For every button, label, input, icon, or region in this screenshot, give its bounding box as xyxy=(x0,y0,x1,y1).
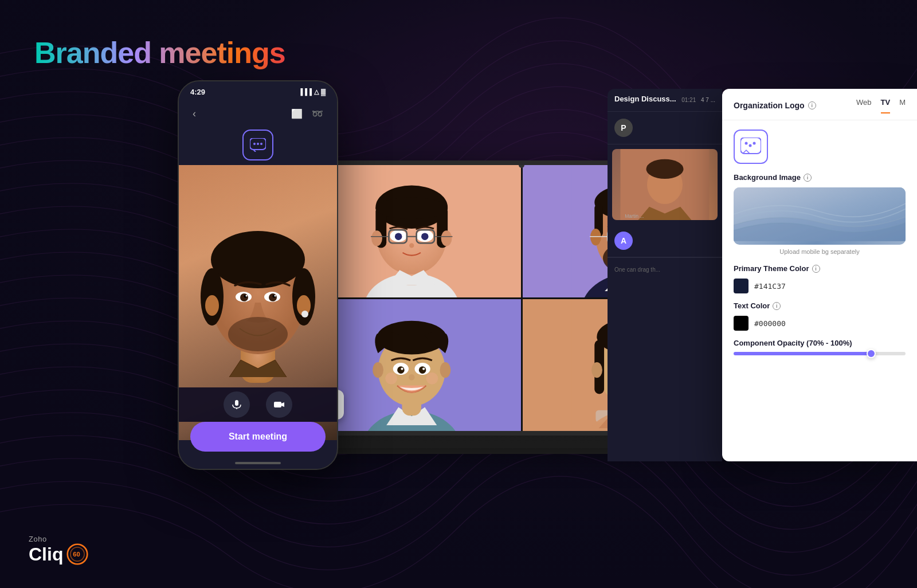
svg-point-80 xyxy=(426,372,438,384)
text-color-info-icon[interactable]: i xyxy=(773,302,781,310)
svg-point-21 xyxy=(275,295,276,297)
preview-title: Design Discuss... xyxy=(614,95,676,103)
preview-time: 01:21 4 7 ... xyxy=(681,97,715,103)
svg-point-108 xyxy=(749,144,752,147)
start-meeting-button[interactable]: Start meeting xyxy=(190,422,326,452)
drag-hint-text: One can drag th... xyxy=(614,266,660,273)
opacity-label: Component Opacity (70% - 100%) xyxy=(734,339,906,347)
svg-point-2 xyxy=(253,143,256,145)
svg-point-3 xyxy=(257,143,259,145)
svg-point-54 xyxy=(590,229,601,245)
back-icon[interactable]: ‹ xyxy=(193,108,196,120)
text-color-swatch[interactable] xyxy=(734,316,749,331)
wifi-icon: △ xyxy=(314,88,319,96)
phone-mockup: 4:29 ▐▐▐ △ ▓ ‹ ⬜ ➿ xyxy=(178,80,338,470)
primary-color-value: #141C37 xyxy=(754,282,786,291)
text-color-section: Text Color i #000000 xyxy=(734,301,906,331)
avatar-a: A xyxy=(614,232,633,250)
org-logo-upload[interactable] xyxy=(734,130,768,164)
bg-image-section-label: Background Image i xyxy=(734,173,906,182)
svg-point-79 xyxy=(385,372,397,384)
opacity-slider[interactable] xyxy=(734,352,906,355)
tab-mobile[interactable]: M xyxy=(899,98,906,113)
svg-point-76 xyxy=(419,366,426,374)
svg-point-4 xyxy=(260,143,262,145)
svg-point-95 xyxy=(591,362,602,378)
svg-point-20 xyxy=(246,295,248,297)
org-logo-label: Organization Logo xyxy=(734,101,805,110)
primary-color-swatch[interactable] xyxy=(734,279,749,293)
phone-bottom-bar: Start meeting xyxy=(179,387,337,469)
bg-image-upload[interactable] xyxy=(734,187,906,245)
preview-avatar-p-row[interactable]: P xyxy=(608,112,722,144)
cliq-anniversary-icon: 60 xyxy=(66,543,88,565)
rotate-icon[interactable]: ⬜ xyxy=(291,108,303,119)
svg-point-16 xyxy=(240,293,248,301)
bg-image-info-icon[interactable]: i xyxy=(804,174,812,182)
svg-point-81 xyxy=(409,374,414,379)
battery-icon: ▓ xyxy=(321,88,326,95)
phone-nav-bar: ‹ ⬜ ➿ xyxy=(179,102,337,125)
primary-color-row[interactable]: #141C37 xyxy=(734,279,906,293)
svg-point-107 xyxy=(745,142,748,145)
svg-point-71 xyxy=(373,362,383,378)
svg-text:60: 60 xyxy=(73,551,80,558)
tab-tv[interactable]: TV xyxy=(881,98,891,113)
settings-panel: Organization Logo i Web TV M xyxy=(722,89,917,461)
svg-point-78 xyxy=(422,367,425,370)
svg-point-109 xyxy=(753,142,756,145)
settings-title: Organization Logo i xyxy=(734,101,816,110)
zoho-text: Zoho xyxy=(29,535,47,543)
text-color-row[interactable]: #000000 xyxy=(734,316,906,331)
svg-point-13 xyxy=(301,311,308,317)
preview-avatar-a-row[interactable]: A xyxy=(608,225,722,257)
laptop-camera xyxy=(519,162,524,168)
drag-hint-area: One can drag th... xyxy=(608,257,722,280)
org-logo-info-icon[interactable]: i xyxy=(808,101,816,109)
svg-point-8 xyxy=(211,231,305,288)
tab-web[interactable]: Web xyxy=(856,98,872,113)
svg-point-45 xyxy=(409,243,414,248)
page-title: Branded meetings xyxy=(34,36,285,70)
svg-point-17 xyxy=(269,293,277,301)
svg-point-33 xyxy=(375,198,448,219)
svg-point-77 xyxy=(401,367,403,370)
phone-time: 4:29 xyxy=(190,88,205,96)
svg-rect-25 xyxy=(274,402,281,407)
phone-cliq-icon-area xyxy=(179,125,337,165)
camera-button[interactable] xyxy=(266,391,292,418)
svg-point-75 xyxy=(397,366,405,374)
svg-text:Martin ...: Martin ... xyxy=(625,213,644,219)
primary-color-section: Primary Theme Color i #141C37 xyxy=(734,264,906,293)
settings-tabs: Web TV M xyxy=(856,98,906,113)
upload-hint: Upload mobile bg separately xyxy=(734,248,906,255)
svg-point-113 xyxy=(646,159,683,179)
svg-point-39 xyxy=(421,233,429,240)
zoho-cliq-logo: Zoho Cliq 60 xyxy=(29,535,88,565)
text-color-label: Text Color i xyxy=(734,301,906,310)
preview-design-discuss[interactable]: Design Discuss... 01:21 4 7 ... xyxy=(608,89,722,112)
phone-nav-actions: ⬜ ➿ xyxy=(291,108,323,119)
settings-header: Organization Logo i Web TV M xyxy=(722,89,917,120)
svg-point-22 xyxy=(228,317,288,351)
settings-body: Background Image i xyxy=(722,120,917,461)
mic-button[interactable] xyxy=(224,391,250,418)
cliq-logo-area: Cliq 60 xyxy=(29,543,88,565)
primary-color-info-icon[interactable]: i xyxy=(812,265,820,273)
svg-point-34 xyxy=(371,230,382,246)
preview-panel: Design Discuss... 01:21 4 7 ... P xyxy=(608,89,722,461)
phone-controls xyxy=(179,387,337,422)
home-bar xyxy=(235,462,281,464)
opacity-thumb[interactable] xyxy=(867,349,876,358)
phone-frame: 4:29 ▐▐▐ △ ▓ ‹ ⬜ ➿ xyxy=(178,80,338,470)
phone-home-indicator xyxy=(179,457,337,469)
main-content: Branded meetings 4:29 ▐▐▐ △ ▓ ‹ ⬜ ➿ xyxy=(0,0,917,588)
cliq-text: Cliq xyxy=(29,544,63,565)
phone-status-bar: 4:29 ▐▐▐ △ ▓ xyxy=(179,81,337,102)
svg-point-72 xyxy=(440,362,450,378)
signal-icon: ▐▐▐ xyxy=(299,88,312,95)
svg-rect-23 xyxy=(235,400,238,406)
primary-color-label: Primary Theme Color i xyxy=(734,264,906,273)
opacity-section: Component Opacity (70% - 100%) xyxy=(734,339,906,355)
bluetooth-icon[interactable]: ➿ xyxy=(312,108,323,119)
